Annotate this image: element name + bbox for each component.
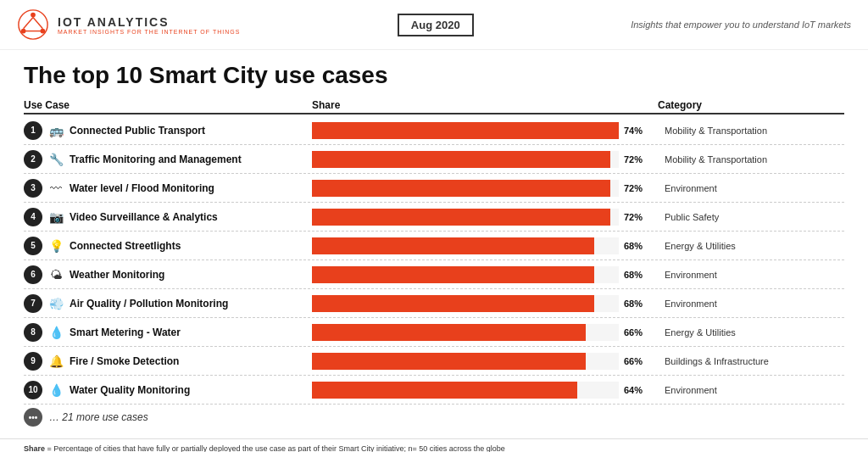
category-cell: Environment xyxy=(658,385,844,395)
bar-bg xyxy=(312,353,619,370)
table-row: 9 🔔 Fire / Smoke Detection 66% Buildings… xyxy=(24,347,844,376)
bar-pct: 66% xyxy=(624,327,649,338)
bar-pct: 72% xyxy=(624,154,649,165)
bar-bg xyxy=(312,295,619,312)
category-cell: Environment xyxy=(658,270,844,280)
table-row: 8 💧 Smart Metering - Water 66% Energy & … xyxy=(24,318,844,347)
use-case-cell: 2 🔧 Traffic Monitoring and Management xyxy=(24,150,312,169)
bar-pct: 68% xyxy=(624,241,649,251)
bar-cell: 64% xyxy=(312,382,658,399)
svg-point-1 xyxy=(31,13,36,18)
bar-pct: 72% xyxy=(624,183,649,193)
data-table: Use Case Share Category 1 🚌 Connected Pu… xyxy=(24,98,844,430)
use-case-name: Video Surveillance & Analytics xyxy=(70,211,218,223)
table-row: 10 💧 Water Quality Monitoring 64% Enviro… xyxy=(24,376,844,405)
category-cell: Energy & Utilities xyxy=(658,327,844,338)
bar-cell: 68% xyxy=(312,266,658,283)
more-row: ••• … 21 more use cases xyxy=(24,405,844,430)
use-case-name: Connected Public Transport xyxy=(70,125,205,137)
share-label: Share xyxy=(24,444,45,452)
bar-fill xyxy=(312,122,619,139)
use-case-cell: 4 📷 Video Surveillance & Analytics xyxy=(24,208,312,226)
table-rows: 1 🚌 Connected Public Transport 74% Mobil… xyxy=(24,116,844,405)
rank-badge: 4 xyxy=(24,208,42,226)
use-case-cell: 8 💧 Smart Metering - Water xyxy=(24,323,312,342)
table-row: 6 🌤 Weather Monitoring 68% Environment xyxy=(24,260,844,289)
rank-badge: 5 xyxy=(24,237,42,255)
bar-cell: 68% xyxy=(312,295,658,312)
svg-line-5 xyxy=(33,17,42,28)
use-case-icon: 💧 xyxy=(48,383,64,397)
bar-fill xyxy=(312,382,577,399)
table-header: Use Case Share Category xyxy=(24,98,844,114)
bar-bg xyxy=(312,151,619,168)
use-case-icon: 🌤 xyxy=(48,268,64,282)
bar-fill xyxy=(312,237,594,254)
bar-bg xyxy=(312,209,619,226)
category-cell: Environment xyxy=(658,183,844,193)
category-cell: Public Safety xyxy=(658,212,844,222)
use-case-cell: 7 💨 Air Quality / Pollution Monitoring xyxy=(24,294,312,313)
bar-fill xyxy=(312,180,610,197)
bar-bg xyxy=(312,122,619,139)
use-case-name: Weather Monitoring xyxy=(70,269,164,281)
footer: Share = Percentage of cities that have f… xyxy=(0,438,868,452)
bar-fill xyxy=(312,266,594,283)
rank-badge: 10 xyxy=(24,381,42,399)
rank-badge: 8 xyxy=(24,323,42,342)
use-case-icon: 💨 xyxy=(48,297,64,310)
use-case-cell: 9 🔔 Fire / Smoke Detection xyxy=(24,352,312,371)
bar-bg xyxy=(312,324,619,341)
col-header-share: Share xyxy=(312,99,658,111)
bar-cell: 72% xyxy=(312,180,658,197)
bar-bg xyxy=(312,237,619,254)
bar-pct: 64% xyxy=(624,385,649,395)
bar-fill xyxy=(312,209,610,226)
main-content: The top 10 Smart City use cases Use Case… xyxy=(0,50,868,437)
col-header-category: Category xyxy=(658,99,844,111)
use-case-icon: 💧 xyxy=(48,326,64,339)
rank-badge: 6 xyxy=(24,265,42,284)
page-title: The top 10 Smart City use cases xyxy=(24,62,844,89)
use-case-name: Connected Streetlights xyxy=(70,240,181,252)
table-row: 1 🚌 Connected Public Transport 74% Mobil… xyxy=(24,116,844,145)
bar-cell: 66% xyxy=(312,353,658,370)
footer-share: Share = Percentage of cities that have f… xyxy=(24,444,844,452)
table-row: 4 📷 Video Surveillance & Analytics 72% P… xyxy=(24,203,844,232)
bar-bg xyxy=(312,266,619,283)
use-case-cell: 1 🚌 Connected Public Transport xyxy=(24,121,312,140)
bar-pct: 68% xyxy=(624,270,649,280)
bar-fill xyxy=(312,295,594,312)
use-case-icon: 🔧 xyxy=(48,153,64,166)
rank-badge: 2 xyxy=(24,150,42,169)
bar-bg xyxy=(312,382,619,399)
bar-cell: 72% xyxy=(312,209,658,226)
use-case-cell: 3 〰 Water level / Flood Monitoring xyxy=(24,179,312,198)
logo-title: IOT ANALYTICS xyxy=(58,15,240,29)
share-text: = Percentage of cities that have fully o… xyxy=(45,444,505,452)
category-cell: Buildings & Infrastructure xyxy=(658,356,844,366)
rank-badge: 9 xyxy=(24,352,42,371)
rank-badge: 3 xyxy=(24,179,42,198)
more-text: … 21 more use cases xyxy=(49,411,148,423)
svg-line-4 xyxy=(24,17,33,28)
use-case-icon: 〰 xyxy=(48,181,64,195)
use-case-cell: 6 🌤 Weather Monitoring xyxy=(24,265,312,284)
header: IOT ANALYTICS MARKET INSIGHTS FOR THE IN… xyxy=(0,0,868,50)
use-case-name: Water Quality Monitoring xyxy=(70,384,190,396)
category-cell: Environment xyxy=(658,299,844,309)
bar-pct: 68% xyxy=(624,299,649,309)
use-case-name: Fire / Smoke Detection xyxy=(70,355,179,367)
table-row: 7 💨 Air Quality / Pollution Monitoring 6… xyxy=(24,289,844,318)
bar-fill xyxy=(312,151,610,168)
logo-area: IOT ANALYTICS MARKET INSIGHTS FOR THE IN… xyxy=(17,8,240,41)
rank-badge: 7 xyxy=(24,294,42,313)
category-cell: Energy & Utilities xyxy=(658,241,844,251)
use-case-cell: 5 💡 Connected Streetlights xyxy=(24,237,312,255)
date-badge: Aug 2020 xyxy=(398,14,474,36)
bar-pct: 72% xyxy=(624,212,649,222)
table-row: 2 🔧 Traffic Monitoring and Management 72… xyxy=(24,145,844,174)
use-case-name: Traffic Monitoring and Management xyxy=(70,153,242,165)
bar-bg xyxy=(312,180,619,197)
rank-badge: 1 xyxy=(24,121,42,140)
